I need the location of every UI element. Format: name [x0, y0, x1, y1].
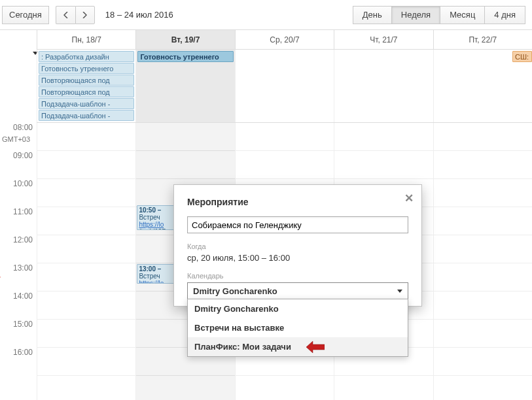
- day-header-fri[interactable]: Пт, 22/7: [433, 30, 532, 49]
- when-text: ср, 20 июля, 15:00 – 16:00: [187, 253, 408, 263]
- event-title: Встреч: [139, 273, 160, 280]
- hour-label: 14:00: [0, 292, 37, 320]
- view-week-button[interactable]: Неделя: [392, 6, 440, 24]
- day-header-tue[interactable]: Вт, 19/7: [135, 30, 234, 49]
- allday-event[interactable]: Подзадача-шаблон -: [39, 110, 134, 121]
- event-link[interactable]: https://lo: [139, 280, 164, 284]
- hour-label: 16:00: [0, 348, 37, 376]
- allday-event[interactable]: Повторяющаяся под: [39, 86, 134, 97]
- view-4days-button[interactable]: 4 дня: [485, 6, 525, 24]
- allday-event[interactable]: СШ: Р: [512, 51, 532, 62]
- calendar-dropdown: Dmitry Goncharenko Встречи на выставке П…: [187, 299, 408, 357]
- dropdown-option[interactable]: ПланФикс: Мои задачи: [188, 337, 408, 356]
- prev-button[interactable]: [56, 6, 75, 24]
- allday-thu[interactable]: [334, 50, 433, 122]
- hour-label: 11:00: [0, 207, 37, 235]
- event-time: 10:50 –: [139, 207, 161, 214]
- allday-event[interactable]: Повторяющаяся под: [39, 75, 134, 86]
- allday-fri[interactable]: СШ: Р: [433, 50, 532, 122]
- allday-event-selected[interactable]: Готовность утреннего: [137, 51, 233, 62]
- day-col-mon[interactable]: [37, 123, 135, 400]
- event-popup: ✕ Мероприятие Когда ср, 20 июля, 15:00 –…: [173, 184, 422, 307]
- allday-event[interactable]: : Разработка дизайн: [39, 51, 134, 62]
- today-button[interactable]: Сегодня: [2, 6, 49, 24]
- hour-label: 10:00: [0, 179, 37, 207]
- calendar-label: Календарь: [187, 272, 408, 280]
- day-header-wed[interactable]: Ср, 20/7: [235, 30, 334, 49]
- view-month-button[interactable]: Месяц: [440, 6, 485, 24]
- caret-down-icon: [397, 290, 402, 293]
- next-button[interactable]: [75, 6, 95, 24]
- calendar-select[interactable]: Dmitry Goncharenko: [187, 282, 408, 299]
- allday-region: : Разработка дизайн Готовность утреннего…: [37, 50, 532, 123]
- event-link[interactable]: https://lo: [139, 221, 164, 228]
- day-header-mon[interactable]: Пн, 18/7: [37, 30, 135, 49]
- when-label: Когда: [187, 242, 408, 250]
- hour-label: 09:00: [0, 151, 37, 179]
- day-header-thu[interactable]: Чт, 21/7: [334, 30, 433, 49]
- allday-mon[interactable]: : Разработка дизайн Готовность утреннего…: [37, 50, 135, 122]
- timezone-label: GMT+03: [2, 135, 30, 143]
- view-day-button[interactable]: День: [353, 6, 392, 24]
- hour-label: 12:00: [0, 235, 37, 263]
- allday-event[interactable]: Готовность утреннего: [39, 63, 134, 74]
- event-title: Встреч: [139, 214, 160, 221]
- chevron-left-icon: [63, 12, 68, 18]
- calendar-selected-value: Dmitry Goncharenko: [193, 286, 277, 296]
- allday-event[interactable]: Подзадача-шаблон -: [39, 98, 134, 109]
- dropdown-option[interactable]: Встречи на выставке: [188, 318, 408, 337]
- allday-wed[interactable]: [235, 50, 334, 122]
- event-link-tail: /task/197: [139, 228, 166, 230]
- popup-title: Мероприятие: [187, 197, 408, 207]
- date-range: 18 – 24 июл 2016: [105, 10, 173, 20]
- now-indicator-icon: [0, 275, 1, 280]
- annotation-arrow-icon: [306, 341, 325, 356]
- chevron-right-icon: [82, 12, 87, 18]
- hour-label: 13:00: [0, 263, 37, 292]
- dropdown-option[interactable]: Dmitry Goncharenko: [188, 299, 408, 318]
- hour-label: 15:00: [0, 320, 37, 348]
- close-icon[interactable]: ✕: [404, 192, 414, 205]
- day-headers: Пн, 18/7 Вт, 19/7 Ср, 20/7 Чт, 21/7 Пт, …: [37, 30, 532, 50]
- allday-tue[interactable]: Готовность утреннего: [135, 50, 234, 122]
- day-col-fri[interactable]: [433, 123, 532, 400]
- event-title-input[interactable]: [187, 216, 408, 233]
- toolbar: Сегодня 18 – 24 июл 2016 День Неделя Мес…: [0, 0, 532, 30]
- event-time: 13:00 –: [139, 265, 161, 273]
